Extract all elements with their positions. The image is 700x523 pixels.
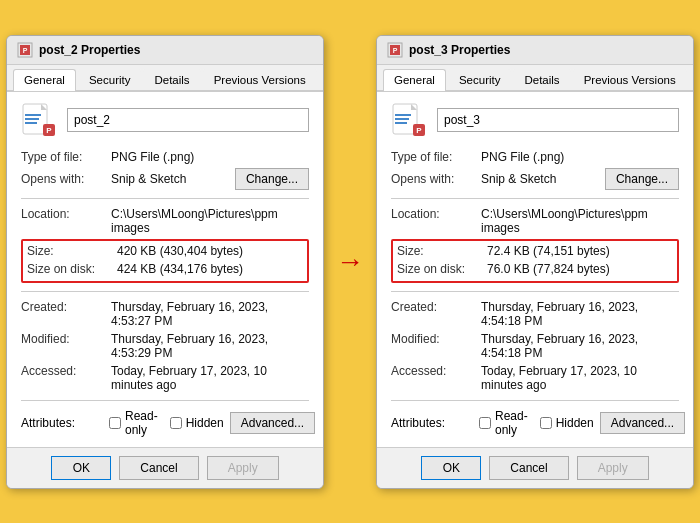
created-row-1: Created: Thursday, February 16, 2023, 4:… [21,300,309,328]
tab-previous-versions-1[interactable]: Previous Versions [203,69,317,90]
arrow-container: → [332,35,368,489]
created-row-2: Created: Thursday, February 16, 2023, 4:… [391,300,679,328]
svg-text:P: P [393,47,398,54]
hidden-label-2: Hidden [556,416,594,430]
modified-label-2: Modified: [391,332,481,360]
size-on-disk-label-1: Size on disk: [27,262,117,276]
footer-1: OK Cancel Apply [7,447,323,488]
modified-value-1: Thursday, February 16, 2023, 4:53:29 PM [111,332,309,360]
tab-previous-versions-2[interactable]: Previous Versions [573,69,687,90]
hidden-checkbox-1[interactable] [170,417,182,429]
dialog-post3: P post_3 Properties General Security Det… [376,35,694,489]
apply-button-2[interactable]: Apply [577,456,649,480]
opens-with-value-1: Snip & Sketch [111,172,235,186]
size-row-2: Size: 72.4 KB (74,151 bytes) [397,243,673,259]
cancel-button-2[interactable]: Cancel [489,456,568,480]
tab-security-1[interactable]: Security [78,69,142,90]
size-on-disk-row-2: Size on disk: 76.0 KB (77,824 bytes) [397,261,673,277]
divider-1c [21,400,309,401]
title-icon-1: P [17,42,33,58]
readonly-checkbox-2[interactable] [479,417,491,429]
created-value-2: Thursday, February 16, 2023, 4:54:18 PM [481,300,679,328]
modified-label-1: Modified: [21,332,111,360]
content-1: P Type of file: PNG File (.png) Opens wi… [7,91,323,447]
modified-row-2: Modified: Thursday, February 16, 2023, 4… [391,332,679,360]
tab-general-1[interactable]: General [13,69,76,91]
location-label-1: Location: [21,207,111,235]
size-label-2: Size: [397,244,487,258]
type-row-1: Type of file: PNG File (.png) [21,150,309,164]
divider-2a [391,198,679,199]
accessed-value-2: Today, February 17, 2023, 10 minutes ago [481,364,679,392]
ok-button-2[interactable]: OK [421,456,481,480]
type-value-1: PNG File (.png) [111,150,309,164]
divider-2c [391,400,679,401]
created-label-1: Created: [21,300,111,328]
size-highlight-2: Size: 72.4 KB (74,151 bytes) Size on dis… [391,239,679,283]
opens-with-row-2: Opens with: Snip & Sketch Change... [391,168,679,190]
title-text-2: post_3 Properties [409,43,510,57]
location-value-1: C:\Users\MLoong\Pictures\ppm images [111,207,309,235]
file-header-1: P [21,102,309,138]
divider-1a [21,198,309,199]
tab-security-2[interactable]: Security [448,69,512,90]
hidden-checkbox-2[interactable] [540,417,552,429]
advanced-button-1[interactable]: Advanced... [230,412,315,434]
size-value-2: 72.4 KB (74,151 bytes) [487,244,673,258]
svg-rect-16 [395,118,409,120]
title-icon-2: P [387,42,403,58]
title-bar-1: P post_2 Properties [7,36,323,65]
content-2: P Type of file: PNG File (.png) Opens wi… [377,91,693,447]
svg-text:P: P [23,47,28,54]
type-label-2: Type of file: [391,150,481,164]
readonly-checkbox-1[interactable] [109,417,121,429]
change-button-1[interactable]: Change... [235,168,309,190]
svg-rect-15 [395,114,411,116]
opens-with-label-2: Opens with: [391,172,481,186]
title-bar-2: P post_3 Properties [377,36,693,65]
tab-details-2[interactable]: Details [513,69,570,90]
footer-2: OK Cancel Apply [377,447,693,488]
size-highlight-1: Size: 420 KB (430,404 bytes) Size on dis… [21,239,309,283]
apply-button-1[interactable]: Apply [207,456,279,480]
modified-value-2: Thursday, February 16, 2023, 4:54:18 PM [481,332,679,360]
tabs-1: General Security Details Previous Versio… [7,65,323,91]
readonly-group-1: Read-only [109,409,158,437]
svg-rect-6 [25,118,39,120]
divider-1b [21,291,309,292]
size-row-1: Size: 420 KB (430,404 bytes) [27,243,303,259]
accessed-label-2: Accessed: [391,364,481,392]
file-icon-2: P [391,102,427,138]
cancel-button-1[interactable]: Cancel [119,456,198,480]
type-row-2: Type of file: PNG File (.png) [391,150,679,164]
advanced-button-2[interactable]: Advanced... [600,412,685,434]
filename-input-1[interactable] [67,108,309,132]
svg-rect-5 [25,114,41,116]
ok-button-1[interactable]: OK [51,456,111,480]
accessed-row-2: Accessed: Today, February 17, 2023, 10 m… [391,364,679,392]
created-label-2: Created: [391,300,481,328]
accessed-label-1: Accessed: [21,364,111,392]
type-label-1: Type of file: [21,150,111,164]
hidden-label-1: Hidden [186,416,224,430]
tab-details-1[interactable]: Details [143,69,200,90]
svg-rect-7 [25,122,37,124]
size-on-disk-label-2: Size on disk: [397,262,487,276]
arrow-icon: → [336,246,364,278]
size-on-disk-value-1: 424 KB (434,176 bytes) [117,262,303,276]
readonly-label-1: Read-only [125,409,158,437]
size-label-1: Size: [27,244,117,258]
change-button-2[interactable]: Change... [605,168,679,190]
attributes-label-1: Attributes: [21,416,103,430]
tab-general-2[interactable]: General [383,69,446,91]
opens-with-value-2: Snip & Sketch [481,172,605,186]
filename-input-2[interactable] [437,108,679,132]
type-value-2: PNG File (.png) [481,150,679,164]
accessed-value-1: Today, February 17, 2023, 10 minutes ago [111,364,309,392]
attributes-row-1: Attributes: Read-only Hidden Advanced... [21,409,309,437]
file-icon-1: P [21,102,57,138]
opens-with-label-1: Opens with: [21,172,111,186]
attributes-label-2: Attributes: [391,416,473,430]
hidden-group-1: Hidden [170,416,224,430]
tabs-2: General Security Details Previous Versio… [377,65,693,91]
